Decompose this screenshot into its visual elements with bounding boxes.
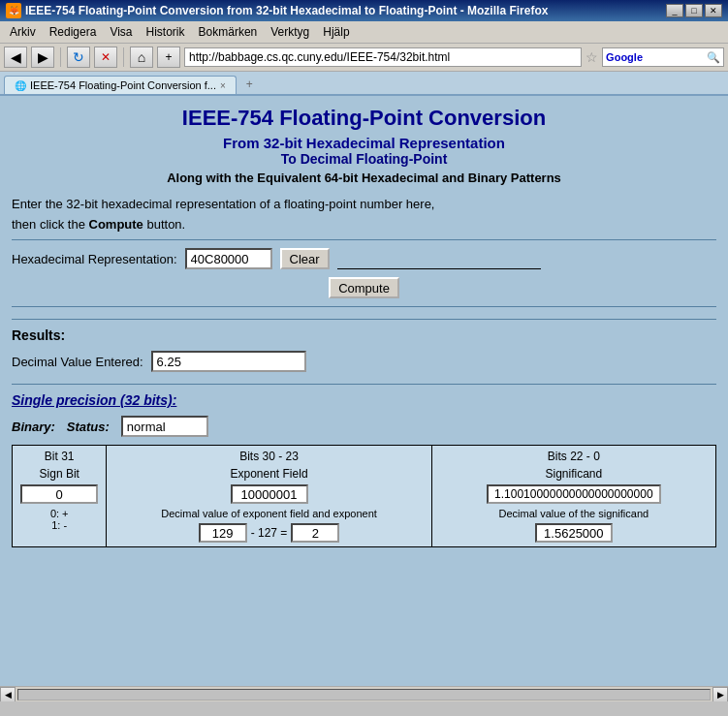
bits30-23-cell: Bits 30 - 23 Exponent Field Decimal valu…	[107, 446, 431, 547]
decimal-label: Decimal Value Entered:	[12, 355, 143, 369]
bit31-value-input[interactable]	[20, 484, 98, 504]
home-button[interactable]: ⌂	[130, 47, 153, 68]
hex-label: Hexadecimal Representation:	[12, 252, 177, 266]
bits30-23-header: Bits 30 - 23	[239, 450, 299, 463]
scrollbar-area: ◀ ▶	[0, 686, 728, 701]
scroll-left-button[interactable]: ◀	[0, 687, 16, 702]
instruction-text-before: then click the	[12, 217, 89, 232]
bits30-23-value-input[interactable]	[231, 484, 308, 504]
hex-input[interactable]	[185, 248, 272, 269]
window-title: IEEE-754 Floating-Point Conversion from …	[25, 4, 548, 17]
decimal-input[interactable]	[151, 351, 306, 372]
close-button[interactable]: ✕	[705, 4, 722, 17]
sig-value-input[interactable]	[535, 523, 613, 543]
status-label: Status:	[67, 420, 110, 434]
menu-verktyg[interactable]: Verktyg	[265, 23, 315, 41]
exp-offset-label: - 127 =	[251, 526, 288, 540]
tab-label: IEEE-754 Floating-Point Conversion f...	[30, 79, 216, 91]
titlebar: 🦊 IEEE-754 Floating-Point Conversion fro…	[0, 0, 728, 21]
minimize-button[interactable]: _	[666, 4, 683, 17]
divider3	[12, 319, 716, 320]
bits22-0-subheader: Significand	[545, 467, 602, 481]
exp-row: - 127 =	[199, 523, 340, 543]
scrollbar-track[interactable]	[17, 689, 711, 700]
instruction-text-after: button.	[143, 217, 185, 232]
stop-button[interactable]: ✕	[94, 47, 117, 68]
newtab-button[interactable]: +	[157, 47, 180, 68]
bits30-23-subheader: Exponent Field	[231, 467, 308, 481]
toolbar-sep1	[60, 47, 61, 67]
tabs-bar: 🌐 IEEE-754 Floating-Point Conversion f..…	[0, 72, 728, 96]
browser-icon: 🦊	[6, 3, 21, 18]
instruction-line2: then click the Compute button.	[12, 217, 716, 232]
active-tab[interactable]: 🌐 IEEE-754 Floating-Point Conversion f..…	[4, 76, 237, 94]
bits-table: Bit 31 Sign Bit 0: + 1: - Bits 30 - 23 E…	[12, 445, 716, 547]
results-label: Results:	[12, 327, 716, 343]
bits22-0-value-input[interactable]	[487, 484, 661, 504]
status-input[interactable]	[121, 416, 208, 437]
bit31-cell: Bit 31 Sign Bit 0: + 1: -	[13, 446, 107, 547]
page-subtitle3: Along with the Equivalent 64-bit Hexadec…	[12, 171, 716, 185]
exp-field-input[interactable]	[199, 523, 247, 543]
hex-input-row: Hexadecimal Representation: Clear	[12, 248, 716, 269]
underline-decoration	[337, 248, 541, 269]
page-title: IEEE-754 Floating-Point Conversion	[12, 106, 716, 131]
menu-redigera[interactable]: Redigera	[44, 23, 103, 41]
tab-icon: 🌐	[15, 80, 26, 91]
address-input[interactable]	[184, 47, 582, 67]
menu-visa[interactable]: Visa	[104, 23, 138, 41]
bits22-0-header: Bits 22 - 0	[548, 450, 600, 463]
scroll-right-button[interactable]: ▶	[712, 687, 728, 702]
titlebar-left: 🦊 IEEE-754 Floating-Point Conversion fro…	[6, 3, 548, 18]
binary-label: Binary:	[12, 420, 55, 434]
menu-arkiv[interactable]: Arkiv	[4, 23, 42, 41]
toolbar: ◀ ▶ ↻ ✕ ⌂ + ☆ Google 🔍	[0, 44, 728, 72]
menu-historik[interactable]: Historik	[141, 23, 191, 41]
menubar: Arkiv Redigera Visa Historik Bokmärken V…	[0, 21, 728, 44]
decimal-row: Decimal Value Entered:	[12, 351, 716, 372]
divider4	[12, 384, 716, 385]
toolbar-sep2	[123, 47, 124, 67]
search-input[interactable]	[646, 49, 704, 65]
section-title: Single precision (32 bits):	[12, 392, 716, 408]
star-icon[interactable]: ☆	[586, 49, 598, 65]
titlebar-buttons[interactable]: _ □ ✕	[666, 4, 722, 17]
divider1	[12, 239, 716, 240]
bit31-subheader: Sign Bit	[40, 467, 79, 481]
back-button[interactable]: ◀	[4, 47, 27, 68]
compute-button[interactable]: Compute	[329, 277, 399, 298]
menu-hjalp[interactable]: Hjälp	[317, 23, 355, 41]
binary-status-row: Binary: Status:	[12, 416, 716, 437]
instruction-bold: Compute	[89, 217, 143, 232]
exp-result-input[interactable]	[291, 523, 339, 543]
sig-desc: Decimal value of the significand	[498, 508, 649, 519]
main-content: IEEE-754 Floating-Point Conversion From …	[0, 96, 728, 686]
tab-close-button[interactable]: ×	[220, 80, 226, 91]
new-tab-button[interactable]: +	[238, 75, 261, 94]
search-box: Google 🔍	[602, 47, 724, 67]
forward-button[interactable]: ▶	[31, 47, 54, 68]
page-subtitle1: From 32-bit Hexadecimal Representation	[12, 135, 716, 151]
google-logo: Google	[603, 51, 646, 63]
page-subtitle2: To Decimal Floating-Point	[12, 151, 716, 167]
divider2	[12, 306, 716, 307]
bits22-0-cell: Bits 22 - 0 Significand Decimal value of…	[431, 446, 715, 547]
exp-desc: Decimal value of exponent field and expo…	[161, 508, 377, 519]
reload-button[interactable]: ↻	[67, 47, 90, 68]
instruction-line1: Enter the 32-bit hexadecimal representat…	[12, 197, 716, 211]
address-bar: ☆	[184, 47, 598, 67]
bit31-legend: 0: + 1: -	[50, 508, 69, 531]
menu-bokmarken[interactable]: Bokmärken	[193, 23, 264, 41]
compute-row: Compute	[12, 277, 716, 298]
clear-button[interactable]: Clear	[280, 248, 330, 269]
bit31-header: Bit 31	[45, 450, 75, 463]
search-icon[interactable]: 🔍	[704, 51, 723, 64]
maximize-button[interactable]: □	[685, 4, 703, 17]
